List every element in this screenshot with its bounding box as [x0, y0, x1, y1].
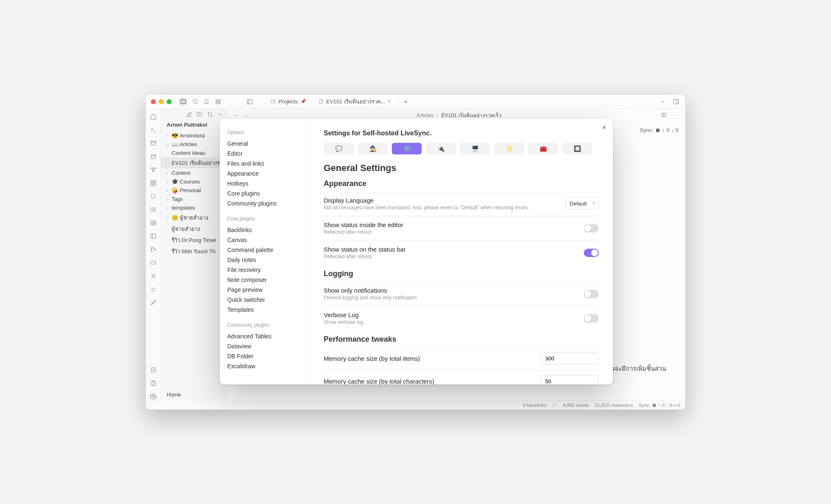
new-folder-icon[interactable]: [197, 111, 203, 117]
settings-nav-editor[interactable]: Editor: [227, 149, 302, 159]
collapse-icon[interactable]: [217, 111, 224, 117]
help-icon[interactable]: [150, 379, 157, 387]
close-tab-icon[interactable]: ✕: [387, 99, 391, 104]
right-panel-icon[interactable]: [672, 98, 680, 106]
tab-projects[interactable]: Projects 📌: [265, 95, 312, 108]
tree-node[interactable]: ผู้ชายสำอาง: [161, 223, 227, 235]
panel-toggle-icon[interactable]: [246, 98, 254, 106]
plugin-tab[interactable]: 🔌: [426, 143, 456, 154]
nav-back-icon[interactable]: ←: [233, 113, 238, 118]
terminal-icon[interactable]: [150, 126, 157, 134]
toggle-status-editor[interactable]: [584, 224, 599, 232]
settings-nav-appearance[interactable]: Appearance: [227, 169, 302, 179]
tree-node[interactable]: รีวิว Dr.Pong Timel: [161, 235, 227, 246]
sort-icon[interactable]: [207, 111, 213, 117]
tree-node-selected[interactable]: EV101 เริ่มต้นอย่างร: [161, 157, 227, 169]
table-icon[interactable]: [150, 219, 157, 227]
pin-icon[interactable]: 📌: [300, 99, 306, 104]
settings-nav-item[interactable]: Command palette: [227, 245, 302, 255]
tree-node[interactable]: ›templates: [161, 203, 227, 212]
tree-node[interactable]: ⌄📖 Articles: [161, 140, 227, 149]
chevron-down-icon[interactable]: [659, 98, 667, 106]
new-note-icon[interactable]: [186, 111, 192, 117]
tree-node[interactable]: ›Context: [161, 169, 227, 177]
subsection-logging: Logging: [324, 269, 599, 278]
plugin-icon[interactable]: [150, 286, 157, 293]
tree-node[interactable]: ›Tags: [161, 195, 227, 203]
settings-nav-item[interactable]: Dataview: [227, 341, 302, 351]
settings-nav-item[interactable]: Daily notes: [227, 255, 302, 265]
plugin-tab[interactable]: ✨: [494, 143, 524, 154]
git-icon[interactable]: [150, 246, 157, 253]
more-icon[interactable]: ···: [673, 112, 679, 118]
mem-items-input[interactable]: [541, 352, 599, 365]
settings-nav-hotkeys[interactable]: Hotkeys: [227, 179, 302, 188]
nav-forward-icon[interactable]: →: [244, 113, 250, 118]
settings-nav-item[interactable]: Excalidraw: [227, 361, 302, 371]
card-icon[interactable]: [150, 259, 157, 267]
bookmark-icon[interactable]: [202, 98, 211, 106]
setting-row-language: Display Language Not all messages have b…: [324, 192, 599, 215]
toggle-status-bar[interactable]: [584, 249, 599, 257]
settings-icon[interactable]: [150, 393, 157, 400]
close-window[interactable]: [151, 99, 156, 104]
settings-nav-community[interactable]: Community plugins: [227, 198, 302, 208]
plugin-tab[interactable]: 🔲: [562, 143, 592, 154]
minimize-window[interactable]: [159, 99, 164, 104]
settings-nav-item[interactable]: Backlinks: [227, 225, 302, 235]
status-sync: Sync: ⏹ ↑ 0 ↓ 0 ⊚ 0: [639, 403, 680, 408]
home-icon[interactable]: [150, 113, 157, 120]
toggle-verbose[interactable]: [584, 314, 599, 323]
list-icon[interactable]: [150, 206, 157, 213]
toggle-notifications[interactable]: [584, 290, 599, 298]
settings-nav-files[interactable]: Files and links: [227, 159, 302, 169]
file-icon[interactable]: [150, 193, 157, 200]
tree-node[interactable]: ›🎓 Courses: [161, 177, 227, 186]
crossed-icon[interactable]: [150, 272, 157, 280]
calendar-icon[interactable]: [150, 153, 157, 160]
reading-mode-icon[interactable]: [661, 112, 667, 118]
setting-name: Memory cache size (by total characters): [324, 378, 434, 384]
board-icon[interactable]: [150, 179, 157, 187]
svg-point-24: [154, 249, 155, 250]
status-backlinks[interactable]: 0 backlinks: [523, 403, 547, 408]
plugin-tab[interactable]: 🖥️: [460, 143, 490, 154]
breadcrumb-root[interactable]: Articles: [417, 113, 434, 118]
search-icon[interactable]: [191, 98, 199, 106]
settings-nav-item[interactable]: Canvas: [227, 235, 302, 245]
settings-nav-core[interactable]: Core plugins: [227, 188, 302, 198]
setting-name: Show status inside the editor: [324, 221, 403, 228]
tab-ev101[interactable]: EV101 เริ่มต้นอย่างรวด... ✕: [312, 95, 397, 108]
settings-nav-item[interactable]: File recovery: [227, 265, 302, 275]
settings-nav-general[interactable]: General: [227, 139, 302, 149]
settings-nav-item[interactable]: DB Folder: [227, 351, 302, 361]
language-select[interactable]: Default: [565, 198, 599, 210]
archive-icon[interactable]: [150, 139, 157, 147]
settings-nav-item[interactable]: Note composer: [227, 275, 302, 285]
graph-icon[interactable]: [150, 166, 157, 174]
plugin-tab[interactable]: 🧰: [528, 143, 558, 154]
tree-node[interactable]: ›😎 Arnondora: [161, 131, 227, 140]
plugin-tab[interactable]: 🧙: [358, 143, 388, 154]
settings-nav-item[interactable]: Quick switcher: [227, 295, 302, 305]
layout-icon[interactable]: [150, 232, 157, 240]
grid-icon[interactable]: [214, 98, 222, 106]
document-tabs: Projects 📌 EV101 เริ่มต้นอย่างรวด... ✕ ＋: [265, 95, 414, 108]
tree-node[interactable]: ⌄🤫 ผู้ชายสำอาง: [161, 212, 227, 223]
plugin-tab[interactable]: 💬: [324, 143, 354, 154]
new-tab-button[interactable]: ＋: [397, 95, 414, 108]
plugin-tab-active[interactable]: ⚙️: [392, 143, 422, 154]
subsection-appearance: Appearance: [324, 179, 599, 188]
settings-nav-item[interactable]: Page preview: [227, 285, 302, 295]
brush-icon[interactable]: [150, 299, 157, 306]
tree-node[interactable]: ›🤪 Personal: [161, 186, 227, 195]
tree-node[interactable]: Content Ideas: [161, 149, 227, 157]
mem-chars-input[interactable]: [541, 375, 599, 384]
folder-icon[interactable]: [179, 98, 187, 106]
vault-icon[interactable]: [150, 366, 157, 374]
settings-nav-item[interactable]: Templates: [227, 305, 302, 315]
maximize-window[interactable]: [167, 99, 172, 104]
tree-node[interactable]: รีวิว Mith Touch Th: [161, 246, 227, 257]
home-link[interactable]: Home: [161, 389, 227, 400]
settings-nav-item[interactable]: Advanced Tables: [227, 331, 302, 341]
